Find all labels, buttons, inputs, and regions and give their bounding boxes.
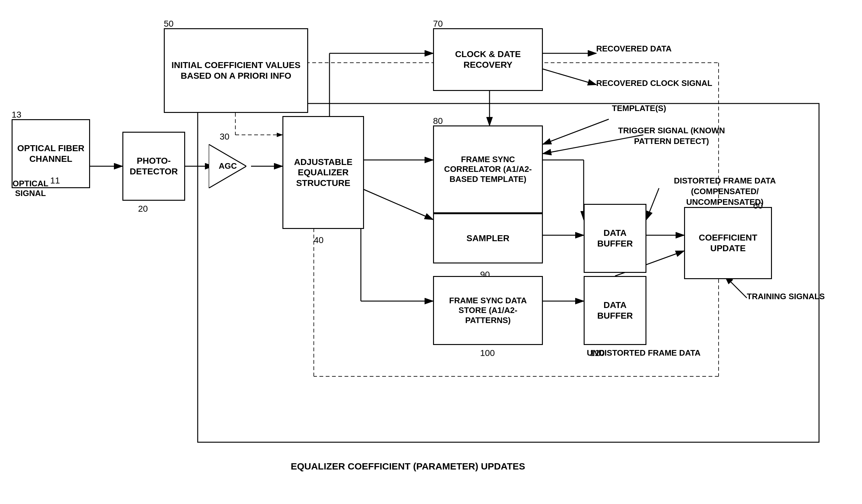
- bottom-label: EQUALIZER COEFFICIENT (PARAMETER) UPDATE…: [251, 461, 565, 472]
- data-buffer-120-block: DATA BUFFER: [584, 276, 646, 345]
- optical-signal-label: OPTICAL SIGNAL: [12, 179, 49, 198]
- svg-text:AGC: AGC: [219, 161, 237, 171]
- svg-line-9: [361, 188, 433, 220]
- training-signals-label: TRAINING SIGNALS: [747, 292, 825, 301]
- frame-sync-corr-num: 80: [433, 116, 443, 126]
- clock-date-block: CLOCK & DATE RECOVERY: [433, 28, 543, 91]
- coeff-update-block: COEFFICIENT UPDATE: [684, 207, 772, 279]
- trigger-signal-label: TRIGGER SIGNAL (KNOWN PATTERN DETECT): [612, 125, 731, 147]
- svg-line-25: [646, 188, 659, 220]
- data-buffer-110-block: DATA BUFFER: [584, 204, 646, 273]
- agc-block: AGC: [209, 144, 246, 188]
- frame-sync-corr-block: FRAME SYNC CORRELATOR (A1/A2-BASED TEMPL…: [433, 125, 543, 213]
- clock-date-num: 70: [433, 19, 443, 29]
- svg-line-13: [543, 69, 596, 85]
- diagram: OPTICAL FIBER CHANNEL 13 OPTICAL SIGNAL …: [0, 0, 862, 504]
- distorted-frame-label: DISTORTED FRAME DATA (COMPENSATED/ UNCOM…: [659, 176, 791, 207]
- photo-detector-block: PHOTO- DETECTOR: [122, 132, 185, 201]
- svg-line-28: [725, 276, 747, 298]
- sampler-block: SAMPLER: [433, 213, 543, 263]
- frame-sync-store-block: FRAME SYNC DATA STORE (A1/A2-PATTERNS): [433, 276, 543, 345]
- initial-coeff-block: INITIAL COEFFICIENT VALUES BASED ON A PR…: [164, 28, 308, 113]
- svg-line-23: [543, 119, 609, 144]
- adjustable-eq-block: ADJUSTABLE EQUALIZER STRUCTURE: [283, 116, 364, 229]
- optical-signal-num: 11: [50, 176, 60, 186]
- initial-coeff-num: 50: [164, 19, 173, 29]
- recovered-clock-label: RECOVERED CLOCK SIGNAL: [596, 78, 712, 88]
- photo-detector-num: 20: [138, 204, 148, 214]
- frame-sync-store-num: 100: [480, 348, 495, 358]
- coeff-update-num: 60: [753, 201, 763, 211]
- adjustable-eq-num: 40: [314, 235, 324, 245]
- undistorted-frame-label: UNDISTORTED FRAME DATA: [587, 348, 701, 358]
- recovered-data-label: RECOVERED DATA: [596, 44, 671, 54]
- optical-fiber-num: 13: [12, 110, 21, 120]
- agc-num: 30: [220, 132, 230, 142]
- templates-label: TEMPLATE(S): [612, 104, 666, 113]
